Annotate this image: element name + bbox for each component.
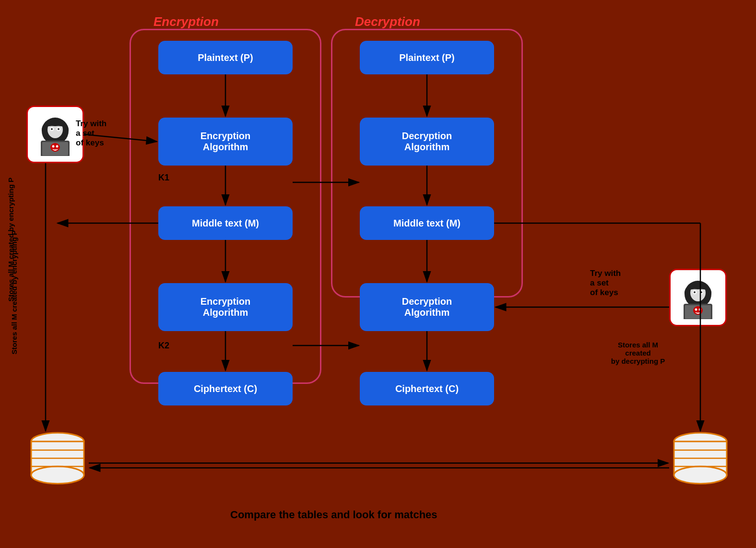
svg-point-17 [700, 291, 702, 293]
enc-algorithm2-box: EncryptionAlgorithm [158, 283, 293, 331]
enc-algorithm1-box: EncryptionAlgorithm [158, 118, 293, 166]
svg-point-16 [694, 291, 696, 293]
diagram-container: Encryption Decryption Plaintext (P) Encr… [0, 0, 756, 548]
compare-label: Compare the tables and look for matches [230, 509, 437, 521]
database-left-icon [26, 432, 89, 485]
svg-point-22 [699, 309, 701, 311]
dec-middle-box: Middle text (M) [360, 206, 494, 240]
database-right-svg [669, 432, 732, 485]
enc-middle-box: Middle text (M) [158, 206, 293, 240]
svg-point-10 [56, 145, 59, 148]
k2-label: K2 [158, 341, 169, 351]
try-keys-left-label: Try witha setof keys [76, 119, 106, 148]
svg-point-9 [52, 145, 55, 148]
hacker-left-box [26, 106, 84, 163]
encryption-section-label: Encryption [154, 14, 219, 29]
decryption-section-label: Decryption [355, 14, 420, 29]
dec-algorithm2-box: DecryptionAlgorithm [360, 283, 494, 331]
database-right-icon [669, 432, 732, 485]
svg-point-5 [58, 128, 59, 130]
try-keys-right-label: Try witha setof keys [590, 269, 621, 298]
enc-ciphertext-box: Ciphertext (C) [158, 372, 293, 405]
enc-plaintext-box: Plaintext (P) [158, 41, 293, 74]
hacker-right-icon [676, 276, 720, 319]
stores-right-label: Stores all M createdby decrypting P [609, 341, 667, 365]
k1-label: K1 [158, 173, 169, 183]
svg-point-4 [51, 128, 53, 130]
hacker-right-box [669, 269, 727, 326]
dec-ciphertext-box: Ciphertext (C) [360, 372, 494, 405]
dec-algorithm1-box: DecryptionAlgorithm [360, 118, 494, 166]
svg-point-21 [695, 309, 697, 311]
svg-point-26 [31, 466, 84, 484]
database-left-svg [26, 432, 89, 485]
hacker-left-icon [34, 113, 77, 156]
dec-plaintext-box: Plaintext (P) [360, 41, 494, 74]
stores-left-label: Stores all M created by encrypting P [10, 230, 19, 354]
svg-point-32 [674, 466, 727, 484]
